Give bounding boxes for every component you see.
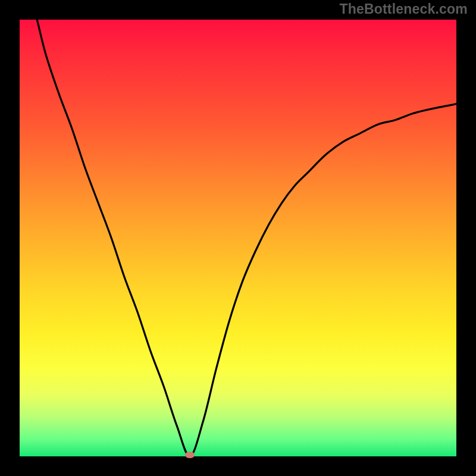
plot-area — [20, 20, 456, 456]
minimum-marker — [185, 452, 195, 458]
chart-container: TheBottleneck.com — [0, 0, 476, 476]
bottleneck-curve — [37, 20, 456, 456]
watermark-text: TheBottleneck.com — [339, 1, 468, 17]
curve-svg — [20, 20, 456, 456]
